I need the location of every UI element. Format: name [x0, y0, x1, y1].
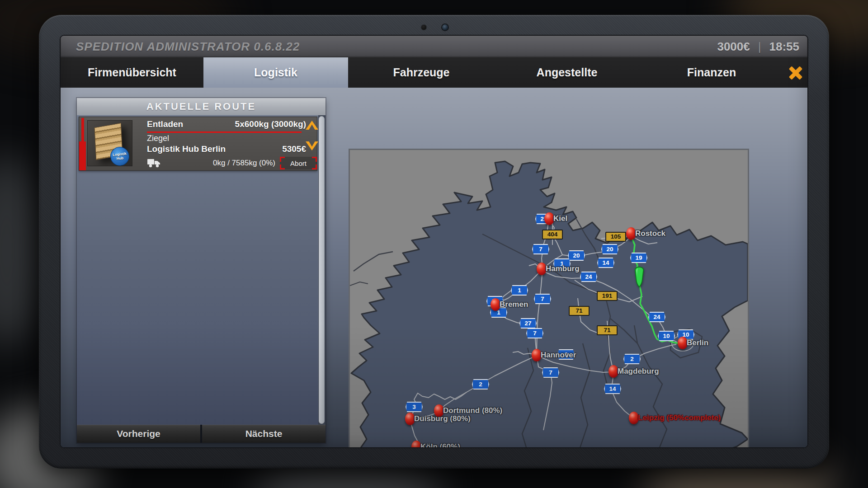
chevron-up-icon[interactable]: [306, 121, 318, 130]
cargo-name: Ziegel: [147, 134, 169, 143]
city-label: Berlin: [687, 338, 708, 347]
route-row-action: Entladen 5x600kg (3000kg): [147, 119, 306, 129]
autobahn-sign: 24: [580, 272, 597, 282]
city-label: Köln (60%): [420, 442, 460, 448]
route-progress-bar: [81, 118, 84, 141]
bundesstrasse-sign: 105: [605, 232, 626, 242]
autobahn-sign: 20: [568, 250, 585, 261]
autobahn-sign: 10: [658, 331, 675, 341]
autobahn-sign: 20: [601, 244, 618, 254]
quantity-value: 5x600kg (3000kg): [235, 119, 306, 129]
city-label: Hamburg: [546, 264, 580, 273]
city-label: Magdeburg: [618, 367, 659, 376]
bundesstrasse-sign: 404: [542, 230, 563, 239]
close-x-icon: [788, 65, 804, 81]
route-row-load: 0kg / 7585kg (0%) Abort: [147, 156, 317, 170]
close-button[interactable]: [784, 57, 807, 88]
action-underline: [147, 131, 302, 133]
title-bar: SPEDITION ADMINISTRATOR 0.6.8.22 3000€ |…: [61, 36, 807, 57]
tab-angestellte[interactable]: Angestellte: [495, 57, 639, 88]
map-pin-icon[interactable]: [609, 365, 618, 378]
load-status: 0kg / 7585kg (0%): [161, 159, 280, 168]
germany-map[interactable]: 2172020114192412771277241010227214340410…: [349, 149, 749, 448]
autobahn-sign: 7: [534, 294, 551, 304]
map-pin-icon[interactable]: [678, 337, 688, 349]
screenshot-stage: SPEDITION ADMINISTRATOR 0.6.8.22 3000€ |…: [0, 0, 868, 488]
autobahn-sign: 27: [519, 318, 537, 328]
route-card[interactable]: Logistik Hub Entladen 5x600kg (3000kg) Z…: [79, 117, 317, 171]
city-label: Bremen: [500, 300, 528, 309]
action-label: Entladen: [147, 119, 183, 129]
background-blur: [0, 154, 45, 348]
city-label: Kiel: [553, 214, 567, 223]
route-row-destination: Logistik Hub Berlin 5305€: [147, 144, 306, 154]
abort-button[interactable]: Abort: [280, 157, 317, 169]
map-pin-icon[interactable]: [544, 212, 554, 225]
money-value: 3000€: [717, 40, 750, 54]
map-pin-icon[interactable]: [537, 263, 547, 275]
previous-button[interactable]: Vorherige: [77, 425, 200, 443]
app-title: SPEDITION ADMINISTRATOR 0.6.8.22: [76, 40, 300, 54]
pager-buttons: Vorherige Nächste: [77, 425, 326, 443]
tablet-screen: SPEDITION ADMINISTRATOR 0.6.8.22 3000€ |…: [60, 35, 808, 448]
autobahn-sign: 14: [604, 384, 621, 394]
city-label: Rostock: [635, 229, 665, 238]
city-label: Leipzig (50%complete): [638, 413, 721, 422]
autobahn-sign: 2: [623, 354, 641, 364]
bundesstrasse-sign: 71: [597, 325, 618, 335]
cargo-thumbnail: Logistik Hub: [87, 120, 132, 166]
route-progress-bar-fill: [79, 141, 86, 170]
autobahn-sign: 7: [532, 244, 549, 254]
clock-value: 18:55: [769, 40, 800, 54]
camera-lens-icon: [442, 24, 448, 30]
content-area: AKTUELLE ROUTE Logistik Hub: [61, 88, 808, 448]
city-label: Hannover: [541, 351, 576, 360]
scrollbar-track[interactable]: [318, 115, 326, 425]
panel-title: AKTUELLE ROUTE: [77, 98, 326, 115]
map-pin-icon[interactable]: [629, 412, 639, 424]
map-pin-icon[interactable]: [626, 227, 636, 240]
tab-finanzen[interactable]: Finanzen: [639, 57, 784, 88]
bundesstrasse-sign: 71: [569, 306, 590, 316]
camera-sensor-icon: [421, 25, 426, 30]
autobahn-sign: 24: [648, 312, 665, 322]
map-pin-icon[interactable]: [491, 298, 500, 311]
bundesstrasse-sign: 191: [597, 291, 618, 301]
map-pin-icon[interactable]: [405, 413, 415, 425]
chevron-down-icon[interactable]: [306, 141, 318, 150]
autobahn-sign: 7: [542, 367, 559, 378]
autobahn-sign: 14: [597, 258, 614, 268]
price-value: 5305€: [282, 144, 306, 154]
status-area: 3000€ | 18:55: [717, 40, 799, 54]
destination-label: Logistik Hub Berlin: [147, 144, 226, 154]
truck-icon: [147, 158, 161, 168]
tab-bar: Firmenübersicht Logistik Fahrzeuge Anges…: [61, 57, 807, 88]
map-pin-icon[interactable]: [532, 349, 542, 361]
route-list: Logistik Hub Entladen 5x600kg (3000kg) Z…: [77, 115, 326, 425]
autobahn-sign: 7: [526, 328, 543, 338]
tab-logistik[interactable]: Logistik: [203, 57, 348, 88]
next-button[interactable]: Nächste: [202, 425, 326, 443]
autobahn-sign: 19: [630, 253, 647, 263]
route-list-panel: AKTUELLE ROUTE Logistik Hub: [77, 98, 326, 443]
autobahn-sign: 3: [406, 402, 423, 412]
truck-position-marker: [634, 267, 644, 287]
tab-firmenuebersicht[interactable]: Firmenübersicht: [61, 57, 203, 88]
tab-fahrzeuge[interactable]: Fahrzeuge: [348, 57, 495, 88]
city-label: Duisburg (80%): [414, 414, 471, 423]
city-label: Dortmund (80%): [443, 406, 502, 415]
autobahn-sign: 2: [472, 379, 489, 389]
autobahn-sign: 1: [511, 285, 528, 296]
scrollbar-thumb[interactable]: [319, 116, 325, 424]
status-separator: |: [758, 40, 761, 54]
